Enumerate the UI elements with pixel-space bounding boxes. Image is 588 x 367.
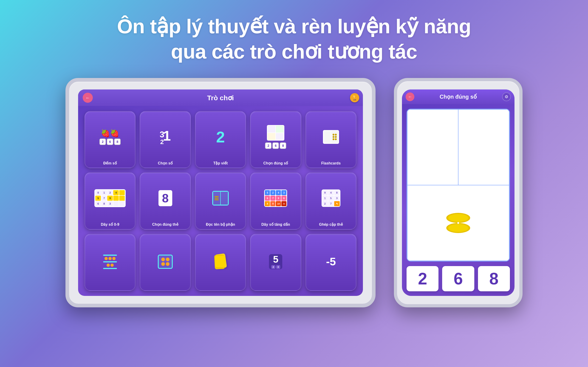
phone-screen: ← Chọn đúng số ⚙ [402, 90, 515, 296]
headline-line2: qua các trò chơi tương tác [117, 39, 471, 64]
game-card-chon-dung-the[interactable]: 8 Chọn đúng thẻ [140, 172, 191, 229]
phone-back-button[interactable]: ← [406, 92, 414, 101]
number5-icon: 5 2 3 [253, 237, 298, 286]
abacus-game-icon [87, 237, 133, 286]
phone-cell-bottom-left [407, 185, 509, 261]
game-card-frame[interactable] [140, 234, 191, 291]
chon-dung-so-icon: 2 6 8 [253, 115, 298, 159]
devices-row: ← Trò chơi 🏆 🍓🍓 2 6 8 [0, 78, 588, 307]
game-card-yellow-card[interactable] [195, 234, 246, 291]
chon-so-icon: 3 2 1 [142, 115, 188, 159]
game-card-chon-dung-so[interactable]: 2 6 8 Chọn đúng số [250, 111, 301, 168]
svg-point-4 [457, 222, 459, 224]
game-card-day-so-09[interactable]: 0124 579 683 Dãy số 0-9 [85, 172, 136, 229]
chon-dung-so-label: Chọn đúng số [263, 161, 288, 165]
chon-dung-the-label: Chọn đúng thẻ [152, 222, 179, 227]
frame-game-icon [142, 237, 188, 286]
phone-cell-top-right [458, 109, 509, 185]
game-card-doc-ten[interactable]: Đọc tên bộ phận [195, 172, 246, 229]
chon-so-label: Chọn số [158, 161, 173, 165]
game-card-number5[interactable]: 5 2 3 [250, 234, 301, 291]
phone-answer-8[interactable]: 8 [478, 266, 510, 291]
game-card-day-tang[interactable]: 5243 6796 891011 Dãy số tăng dần [250, 172, 301, 229]
phone-cell-top-left [407, 109, 458, 185]
chon-dung-the-icon: 8 [142, 176, 188, 220]
neg5-icon: -5 [308, 237, 354, 286]
tablet-back-button[interactable]: ← [83, 93, 93, 103]
flashcards-icon [308, 115, 354, 159]
phone: ← Chọn đúng số ⚙ [394, 78, 523, 307]
game-card-tap-viet[interactable]: 2 Tập viết [195, 111, 246, 168]
game-card-chon-so[interactable]: 3 2 1 Chọn số [140, 111, 191, 168]
day-tang-label: Dãy số tăng dần [261, 222, 290, 227]
headline-line1: Ôn tập lý thuyết và rèn luyện kỹ năng [117, 14, 471, 39]
phone-content: 2 6 8 [402, 104, 515, 296]
ghep-cap-icon: 948 153 27✎ [308, 176, 354, 220]
headline: Ôn tập lý thuyết và rèn luyện kỹ năng qu… [117, 14, 471, 64]
phone-main-display [406, 109, 510, 261]
dem-so-icon: 🍓🍓 2 6 8 [87, 115, 133, 159]
flashcards-label: Flashcards [321, 161, 341, 165]
game-card-ghep-cap[interactable]: 948 153 27✎ Ghép cặp thẻ [305, 172, 356, 229]
game-card-dem-so[interactable]: 🍓🍓 2 6 8 Đếm số [85, 111, 136, 168]
ghep-cap-label: Ghép cặp thẻ [319, 222, 343, 227]
svg-point-1 [448, 214, 468, 222]
trophy-badge: 🏆 [350, 93, 359, 102]
tablet-game-grid: 🍓🍓 2 6 8 Đếm số [78, 106, 363, 296]
tap-viet-label: Tập viết [213, 161, 228, 165]
doc-ten-label: Đọc tên bộ phận [206, 222, 235, 227]
yellow-card-icon [198, 237, 243, 286]
phone-answer-6[interactable]: 6 [442, 266, 474, 291]
tablet: ← Trò chơi 🏆 🍓🍓 2 6 8 [65, 78, 376, 307]
phone-answer-2[interactable]: 2 [406, 266, 439, 291]
phone-title: Chọn đúng số [440, 94, 477, 100]
game-card-neg5[interactable]: -5 [305, 234, 356, 291]
tap-viet-icon: 2 [198, 115, 243, 159]
phone-settings-button[interactable]: ⚙ [502, 92, 511, 101]
svg-point-3 [448, 224, 468, 232]
day-so-09-label: Dãy số 0-9 [101, 222, 119, 227]
tablet-screen: ← Trò chơi 🏆 🍓🍓 2 6 8 [78, 90, 363, 296]
tablet-title: Trò chơi [207, 94, 234, 102]
dem-so-label: Đếm số [103, 161, 117, 165]
lemon-display [438, 211, 479, 234]
tablet-header: ← Trò chơi [78, 90, 363, 106]
doc-ten-icon [198, 176, 243, 220]
day-so-icon: 0124 579 683 [87, 176, 133, 220]
game-card-abacus[interactable] [85, 234, 136, 291]
game-card-flashcards[interactable]: Flashcards [305, 111, 356, 168]
phone-header: ← Chọn đúng số ⚙ [402, 90, 515, 104]
day-tang-icon: 5243 6796 891011 [253, 176, 298, 220]
phone-number-row: 2 6 8 [406, 266, 510, 291]
